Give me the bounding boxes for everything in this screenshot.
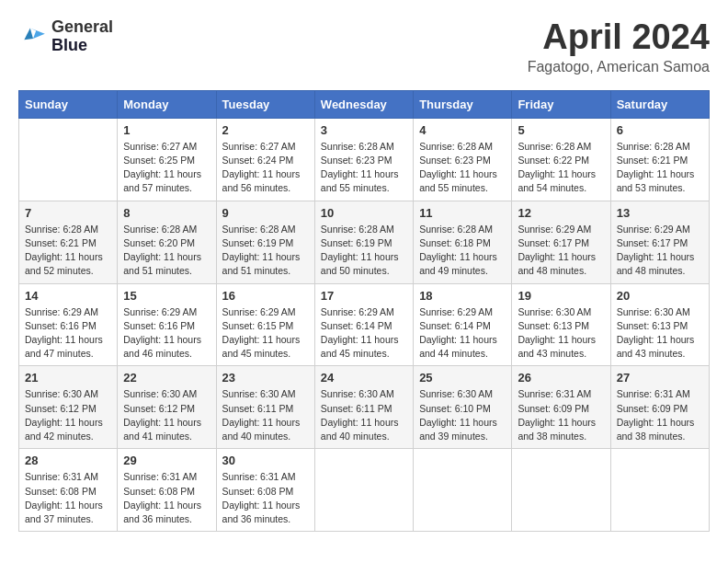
- week-row-4: 21Sunrise: 6:30 AM Sunset: 6:12 PM Dayli…: [19, 366, 710, 449]
- day-info: Sunrise: 6:29 AM Sunset: 6:16 PM Dayligh…: [25, 305, 111, 362]
- logo-line2: Blue: [51, 37, 113, 55]
- calendar-cell: 26Sunrise: 6:31 AM Sunset: 6:09 PM Dayli…: [512, 366, 610, 449]
- day-number: 20: [617, 289, 703, 303]
- calendar-cell: 3Sunrise: 6:28 AM Sunset: 6:23 PM Daylig…: [314, 118, 413, 201]
- calendar-cell: 27Sunrise: 6:31 AM Sunset: 6:09 PM Dayli…: [610, 366, 709, 449]
- day-number: 19: [518, 289, 604, 303]
- calendar-cell: 1Sunrise: 6:27 AM Sunset: 6:25 PM Daylig…: [118, 118, 216, 201]
- month-year: April 2024: [528, 18, 710, 57]
- weekday-header-tuesday: Tuesday: [216, 90, 314, 118]
- weekday-header-saturday: Saturday: [610, 90, 709, 118]
- calendar-cell: [19, 118, 118, 201]
- calendar-cell: 24Sunrise: 6:30 AM Sunset: 6:11 PM Dayli…: [314, 366, 413, 449]
- weekday-header-sunday: Sunday: [19, 90, 118, 118]
- calendar-cell: 2Sunrise: 6:27 AM Sunset: 6:24 PM Daylig…: [216, 118, 314, 201]
- calendar-cell: 28Sunrise: 6:31 AM Sunset: 6:08 PM Dayli…: [19, 449, 118, 532]
- calendar-cell: [314, 449, 413, 532]
- calendar-cell: 6Sunrise: 6:28 AM Sunset: 6:21 PM Daylig…: [610, 118, 709, 201]
- day-info: Sunrise: 6:30 AM Sunset: 6:11 PM Dayligh…: [222, 387, 309, 443]
- svg-marker-1: [24, 28, 33, 40]
- week-row-2: 7Sunrise: 6:28 AM Sunset: 6:21 PM Daylig…: [19, 201, 710, 283]
- day-number: 18: [419, 289, 506, 303]
- calendar-cell: 22Sunrise: 6:30 AM Sunset: 6:12 PM Dayli…: [118, 366, 216, 449]
- calendar-cell: 29Sunrise: 6:31 AM Sunset: 6:08 PM Dayli…: [118, 449, 216, 532]
- day-number: 24: [321, 371, 407, 385]
- day-number: 25: [419, 371, 506, 385]
- calendar-cell: 7Sunrise: 6:28 AM Sunset: 6:21 PM Daylig…: [19, 201, 118, 283]
- day-info: Sunrise: 6:31 AM Sunset: 6:08 PM Dayligh…: [222, 470, 309, 526]
- week-row-5: 28Sunrise: 6:31 AM Sunset: 6:08 PM Dayli…: [19, 449, 710, 532]
- day-number: 4: [419, 123, 506, 137]
- day-info: Sunrise: 6:30 AM Sunset: 6:11 PM Dayligh…: [321, 387, 407, 443]
- calendar-cell: [512, 449, 610, 532]
- calendar-cell: 11Sunrise: 6:28 AM Sunset: 6:18 PM Dayli…: [414, 201, 512, 283]
- calendar-cell: [414, 449, 512, 532]
- location: Fagatogo, American Samoa: [528, 59, 710, 75]
- day-info: Sunrise: 6:29 AM Sunset: 6:17 PM Dayligh…: [518, 223, 604, 279]
- day-number: 23: [222, 371, 309, 385]
- calendar-cell: 14Sunrise: 6:29 AM Sunset: 6:16 PM Dayli…: [19, 283, 118, 366]
- calendar-cell: 15Sunrise: 6:29 AM Sunset: 6:16 PM Dayli…: [118, 283, 216, 366]
- day-number: 21: [25, 371, 111, 385]
- day-number: 12: [518, 206, 604, 220]
- day-info: Sunrise: 6:28 AM Sunset: 6:18 PM Dayligh…: [419, 223, 506, 279]
- week-row-1: 1Sunrise: 6:27 AM Sunset: 6:25 PM Daylig…: [19, 118, 710, 201]
- calendar-cell: 8Sunrise: 6:28 AM Sunset: 6:20 PM Daylig…: [118, 201, 216, 283]
- weekday-header-row: SundayMondayTuesdayWednesdayThursdayFrid…: [19, 90, 710, 118]
- day-number: 9: [222, 206, 309, 220]
- day-number: 22: [123, 371, 210, 385]
- calendar-cell: 21Sunrise: 6:30 AM Sunset: 6:12 PM Dayli…: [19, 366, 118, 449]
- day-info: Sunrise: 6:29 AM Sunset: 6:14 PM Dayligh…: [419, 305, 506, 362]
- calendar-cell: 4Sunrise: 6:28 AM Sunset: 6:23 PM Daylig…: [414, 118, 512, 201]
- day-number: 30: [222, 454, 309, 467]
- calendar-cell: 19Sunrise: 6:30 AM Sunset: 6:13 PM Dayli…: [512, 283, 610, 366]
- week-row-3: 14Sunrise: 6:29 AM Sunset: 6:16 PM Dayli…: [19, 283, 710, 366]
- day-number: 10: [321, 206, 407, 220]
- calendar-cell: 5Sunrise: 6:28 AM Sunset: 6:22 PM Daylig…: [512, 118, 610, 201]
- weekday-header-thursday: Thursday: [414, 90, 512, 118]
- day-info: Sunrise: 6:31 AM Sunset: 6:08 PM Dayligh…: [25, 470, 111, 526]
- calendar-title: April 2024 Fagatogo, American Samoa: [528, 18, 710, 75]
- day-number: 11: [419, 206, 506, 220]
- logo: General Blue: [18, 18, 113, 55]
- day-number: 16: [222, 289, 309, 303]
- calendar-cell: 17Sunrise: 6:29 AM Sunset: 6:14 PM Dayli…: [314, 283, 413, 366]
- day-number: 7: [25, 206, 111, 220]
- day-info: Sunrise: 6:29 AM Sunset: 6:14 PM Dayligh…: [321, 305, 407, 362]
- calendar-cell: 30Sunrise: 6:31 AM Sunset: 6:08 PM Dayli…: [216, 449, 314, 532]
- day-info: Sunrise: 6:28 AM Sunset: 6:21 PM Dayligh…: [617, 140, 703, 196]
- day-number: 27: [617, 371, 703, 385]
- calendar-cell: 25Sunrise: 6:30 AM Sunset: 6:10 PM Dayli…: [414, 366, 512, 449]
- calendar-cell: [610, 449, 709, 532]
- day-number: 26: [518, 371, 604, 385]
- calendar-cell: 20Sunrise: 6:30 AM Sunset: 6:13 PM Dayli…: [610, 283, 709, 366]
- day-number: 6: [617, 123, 703, 137]
- logo-line1: General: [51, 18, 113, 37]
- day-info: Sunrise: 6:31 AM Sunset: 6:09 PM Dayligh…: [518, 387, 604, 443]
- day-number: 17: [321, 289, 407, 303]
- calendar-cell: 12Sunrise: 6:29 AM Sunset: 6:17 PM Dayli…: [512, 201, 610, 283]
- calendar-cell: 18Sunrise: 6:29 AM Sunset: 6:14 PM Dayli…: [414, 283, 512, 366]
- day-info: Sunrise: 6:27 AM Sunset: 6:25 PM Dayligh…: [123, 140, 210, 196]
- day-info: Sunrise: 6:28 AM Sunset: 6:23 PM Dayligh…: [419, 140, 506, 196]
- day-number: 8: [123, 206, 210, 220]
- day-info: Sunrise: 6:29 AM Sunset: 6:17 PM Dayligh…: [617, 223, 703, 279]
- day-number: 14: [25, 289, 111, 303]
- logo-text: General Blue: [51, 18, 113, 55]
- logo-icon: [18, 22, 48, 52]
- day-number: 13: [617, 206, 703, 220]
- calendar-cell: 16Sunrise: 6:29 AM Sunset: 6:15 PM Dayli…: [216, 283, 314, 366]
- weekday-header-monday: Monday: [118, 90, 216, 118]
- day-info: Sunrise: 6:31 AM Sunset: 6:08 PM Dayligh…: [123, 470, 210, 526]
- day-number: 15: [123, 289, 210, 303]
- day-info: Sunrise: 6:29 AM Sunset: 6:16 PM Dayligh…: [123, 305, 210, 362]
- day-info: Sunrise: 6:28 AM Sunset: 6:19 PM Dayligh…: [321, 223, 407, 279]
- day-info: Sunrise: 6:28 AM Sunset: 6:19 PM Dayligh…: [222, 223, 309, 279]
- day-number: 1: [123, 123, 210, 137]
- weekday-header-friday: Friday: [512, 90, 610, 118]
- day-info: Sunrise: 6:28 AM Sunset: 6:22 PM Dayligh…: [518, 140, 604, 196]
- day-info: Sunrise: 6:28 AM Sunset: 6:20 PM Dayligh…: [123, 223, 210, 279]
- day-info: Sunrise: 6:30 AM Sunset: 6:10 PM Dayligh…: [419, 387, 506, 443]
- day-number: 3: [321, 123, 407, 137]
- day-info: Sunrise: 6:30 AM Sunset: 6:12 PM Dayligh…: [25, 387, 111, 443]
